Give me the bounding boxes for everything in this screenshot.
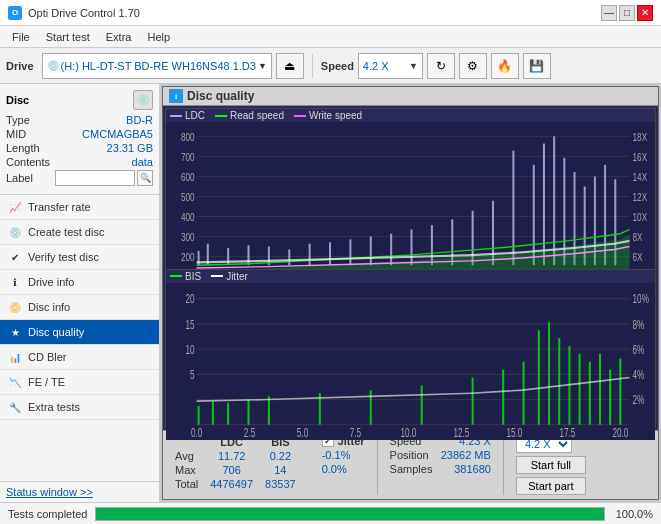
burn-button[interactable]: 🔥: [491, 53, 519, 79]
sidebar-item-verify-test-disc[interactable]: ✔ Verify test disc: [0, 245, 159, 270]
position-row: Position 23862 MB: [390, 449, 491, 461]
settings-button[interactable]: ⚙: [459, 53, 487, 79]
status-text: Tests completed: [8, 508, 87, 520]
disc-length-label: Length: [6, 142, 40, 154]
app-title: Opti Drive Control 1.70: [28, 7, 140, 19]
menu-extra[interactable]: Extra: [98, 29, 140, 45]
total-bis-value: 83537: [259, 477, 302, 491]
svg-text:7.5: 7.5: [350, 425, 361, 439]
sidebar-item-transfer-rate[interactable]: 📈 Transfer rate: [0, 195, 159, 220]
sidebar-item-disc-quality[interactable]: ★ Disc quality: [0, 320, 159, 345]
sidebar-item-cd-bler[interactable]: 📊 CD Bler: [0, 345, 159, 370]
svg-rect-104: [619, 358, 621, 424]
svg-rect-60: [166, 283, 655, 441]
svg-rect-97: [548, 322, 550, 424]
cd-bler-icon: 📊: [8, 350, 22, 364]
read-speed-legend-line: [215, 115, 227, 117]
svg-text:2%: 2%: [633, 392, 645, 406]
refresh-button[interactable]: ↻: [427, 53, 455, 79]
read-speed-legend-label: Read speed: [230, 110, 284, 121]
disc-mid-value: CMCMAGBA5: [82, 128, 153, 140]
speed-selector[interactable]: 4.2 X ▼: [358, 53, 423, 79]
legend-jitter: Jitter: [211, 271, 248, 282]
svg-rect-39: [309, 244, 311, 265]
start-part-button[interactable]: Start part: [516, 477, 586, 495]
svg-rect-38: [288, 249, 290, 265]
fe-te-label: FE / TE: [28, 376, 65, 388]
svg-text:10%: 10%: [633, 291, 650, 305]
menu-start-test[interactable]: Start test: [38, 29, 98, 45]
drive-selector[interactable]: 💿 (H:) HL-DT-ST BD-RE WH16NS48 1.D3 ▼: [42, 53, 272, 79]
save-button[interactable]: 💾: [523, 53, 551, 79]
cd-bler-label: CD Bler: [28, 351, 67, 363]
app-icon: O: [8, 6, 22, 20]
svg-text:10.0: 10.0: [401, 425, 417, 439]
verify-test-disc-icon: ✔: [8, 250, 22, 264]
position-value: 23862 MB: [441, 449, 491, 461]
disc-quality-panel-icon: i: [169, 89, 183, 103]
speed-value: 4.2 X: [363, 60, 407, 72]
svg-text:0.0: 0.0: [191, 425, 202, 439]
fe-te-icon: 📉: [8, 375, 22, 389]
sidebar-item-extra-tests[interactable]: 🔧 Extra tests: [0, 395, 159, 420]
svg-text:10X: 10X: [633, 210, 648, 223]
sidebar-item-disc-info[interactable]: 📀 Disc info: [0, 295, 159, 320]
sidebar: Disc 💿 Type BD-R MID CMCMAGBA5 Length 23…: [0, 84, 160, 502]
svg-rect-85: [198, 405, 200, 424]
svg-text:15: 15: [185, 316, 194, 330]
svg-text:15.0: 15.0: [506, 425, 522, 439]
menu-help[interactable]: Help: [139, 29, 178, 45]
button-panel: 4.2 X 2.0 X 4.0 X 6.0 X Start full Start…: [516, 435, 586, 495]
menu-file[interactable]: File: [4, 29, 38, 45]
svg-text:2.5: 2.5: [244, 425, 255, 439]
max-ldc-value: 706: [204, 463, 259, 477]
eject-button[interactable]: ⏏: [276, 53, 304, 79]
disc-quality-icon: ★: [8, 325, 22, 339]
content-area: i Disc quality LDC Read speed: [160, 84, 661, 502]
statusbar: Tests completed 100.0%: [0, 502, 661, 524]
chart1-svg: 800 700 600 500 400 300 200 100 18X 16X …: [166, 122, 655, 280]
disc-quality-panel-title: Disc quality: [187, 89, 254, 103]
label-search-button[interactable]: 🔍: [137, 170, 153, 186]
avg-jitter-value: -0.1%: [322, 449, 365, 461]
svg-text:12X: 12X: [633, 190, 648, 203]
sidebar-item-drive-info[interactable]: ℹ Drive info: [0, 270, 159, 295]
disc-info-label: Disc info: [28, 301, 70, 313]
disc-contents-row: Contents data: [6, 156, 153, 168]
svg-text:5: 5: [190, 367, 195, 381]
svg-text:14X: 14X: [633, 170, 648, 183]
bis-legend-line: [170, 275, 182, 277]
disc-type-value: BD-R: [126, 114, 153, 126]
label-textbox[interactable]: [55, 170, 135, 186]
transfer-rate-icon: 📈: [8, 200, 22, 214]
svg-rect-52: [553, 136, 555, 265]
disc-quality-header: i Disc quality: [163, 87, 658, 106]
status-section: Status window >>: [0, 481, 159, 502]
jitter-legend-line: [211, 275, 223, 277]
svg-text:10: 10: [185, 342, 194, 356]
svg-rect-49: [512, 151, 514, 266]
progress-bar-fill: [96, 508, 604, 520]
svg-text:300: 300: [181, 230, 195, 243]
svg-rect-43: [390, 234, 392, 266]
transfer-rate-label: Transfer rate: [28, 201, 91, 213]
maximize-button[interactable]: □: [619, 5, 635, 21]
status-window-link[interactable]: Status window >>: [6, 486, 93, 498]
close-button[interactable]: ✕: [637, 5, 653, 21]
legend-ldc: LDC: [170, 110, 205, 121]
stats-separator: [377, 435, 378, 495]
speed-dropdown-arrow: ▼: [409, 61, 418, 71]
ldc-legend-label: LDC: [185, 110, 205, 121]
start-full-button[interactable]: Start full: [516, 456, 586, 474]
stats-separator2: [503, 435, 504, 495]
svg-rect-96: [538, 330, 540, 425]
svg-rect-94: [502, 369, 504, 424]
progress-bar-container: [95, 507, 605, 521]
menubar: File Start test Extra Help: [0, 26, 661, 48]
minimize-button[interactable]: —: [601, 5, 617, 21]
chart1-container: LDC Read speed Write speed: [165, 108, 656, 268]
drive-info-label: Drive info: [28, 276, 74, 288]
sidebar-item-create-test-disc[interactable]: 💿 Create test disc: [0, 220, 159, 245]
sidebar-item-fe-te[interactable]: 📉 FE / TE: [0, 370, 159, 395]
svg-text:16X: 16X: [633, 150, 648, 163]
